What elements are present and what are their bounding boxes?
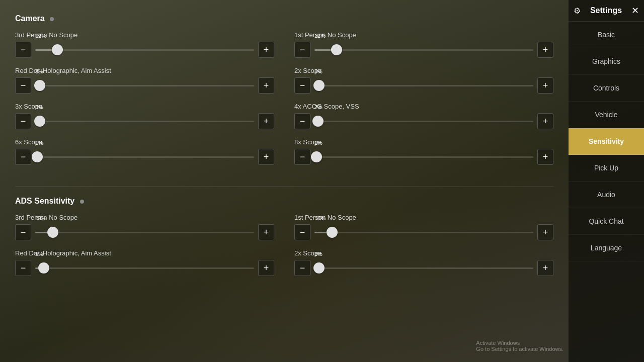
ads-section-title: ADS Sensitivity: [15, 197, 553, 206]
slider-container[interactable]: 5%: [35, 260, 254, 276]
slider-label: 1st Person No Scope: [294, 214, 553, 221]
settings-title: Settings: [590, 6, 622, 15]
ads-right-col: 1st Person No Scope−10%+2x Scope−3%+: [294, 214, 553, 285]
slider-group: 8x Scope−1%+: [294, 138, 553, 165]
slider-row: −1%+: [15, 149, 274, 165]
slider-row: −5%+: [15, 260, 274, 276]
camera-left-col: 3rd Person No Scope−12%+Red Dot, Hologra…: [15, 31, 274, 174]
slider-value-label: 1%: [35, 140, 43, 146]
slider-minus-button[interactable]: −: [15, 113, 31, 129]
slider-minus-button[interactable]: −: [15, 42, 31, 58]
slider-thumb[interactable]: [38, 262, 49, 274]
slider-track: [35, 156, 254, 158]
slider-container[interactable]: 1%: [314, 149, 533, 165]
slider-thumb[interactable]: [311, 151, 322, 162]
slider-minus-button[interactable]: −: [294, 77, 310, 94]
slider-label: 2x Scope: [294, 249, 553, 257]
slider-thumb[interactable]: [34, 116, 45, 127]
sidebar-nav: BasicGraphicsControlsVehicleSensitivityP…: [569, 22, 644, 362]
slider-container[interactable]: 1%: [35, 149, 254, 165]
slider-plus-button[interactable]: +: [258, 260, 274, 276]
slider-thumb[interactable]: [47, 227, 58, 238]
close-button[interactable]: ✕: [631, 5, 639, 16]
sidebar-item-language[interactable]: Language: [569, 235, 644, 261]
slider-row: −3%+: [15, 77, 274, 94]
slider-track: [35, 85, 254, 86]
camera-section: Camera 3rd Person No Scope−12%+Red Dot, …: [15, 14, 553, 174]
slider-row: −3%+: [15, 113, 274, 129]
slider-plus-button[interactable]: +: [537, 260, 553, 276]
slider-plus-button[interactable]: +: [258, 42, 274, 58]
slider-group: 2x Scope−3%+: [294, 67, 553, 94]
slider-track: [35, 49, 254, 51]
slider-group: 3rd Person No Scope−10%+: [15, 214, 274, 240]
slider-thumb[interactable]: [34, 80, 45, 91]
slider-plus-button[interactable]: +: [537, 113, 553, 129]
camera-sliders-grid: 3rd Person No Scope−12%+Red Dot, Hologra…: [15, 31, 553, 174]
slider-track: [35, 232, 254, 233]
slider-container[interactable]: 3%: [314, 77, 533, 94]
sidebar-item-quickchat[interactable]: Quick Chat: [569, 208, 644, 235]
slider-minus-button[interactable]: −: [15, 77, 31, 94]
slider-value-label: 10%: [314, 215, 326, 221]
slider-minus-button[interactable]: −: [15, 149, 31, 165]
slider-plus-button[interactable]: +: [537, 149, 553, 165]
sidebar-item-vehicle[interactable]: Vehicle: [569, 102, 644, 128]
slider-minus-button[interactable]: −: [294, 149, 310, 165]
slider-group: 6x Scope−1%+: [15, 138, 274, 165]
slider-container[interactable]: 2%: [314, 113, 533, 129]
slider-container[interactable]: 10%: [314, 224, 533, 240]
slider-label: 3x Scope: [15, 103, 274, 110]
slider-container[interactable]: 12%: [35, 42, 254, 58]
slider-plus-button[interactable]: +: [258, 224, 274, 240]
slider-group: 2x Scope−3%+: [294, 249, 553, 276]
slider-value-label: 2%: [314, 104, 323, 110]
slider-minus-button[interactable]: −: [294, 42, 310, 58]
slider-value-label: 5%: [35, 251, 43, 257]
sidebar-item-basic[interactable]: Basic: [569, 22, 644, 48]
slider-track: [314, 156, 533, 158]
slider-value-label: 12%: [314, 33, 326, 39]
slider-container[interactable]: 3%: [35, 77, 254, 94]
slider-thumb[interactable]: [32, 151, 43, 162]
sidebar-item-controls[interactable]: Controls: [569, 75, 644, 102]
ads-sliders-grid: 3rd Person No Scope−10%+Red Dot, Hologra…: [15, 214, 553, 285]
slider-label: 1st Person No Scope: [294, 31, 553, 39]
slider-thumb[interactable]: [313, 80, 325, 91]
slider-group: 3x Scope−3%+: [15, 103, 274, 129]
slider-plus-button[interactable]: +: [537, 224, 553, 240]
slider-value-label: 3%: [35, 104, 43, 110]
slider-value-label: 12%: [35, 33, 46, 39]
sidebar-item-audio[interactable]: Audio: [569, 182, 644, 208]
slider-container[interactable]: 10%: [35, 224, 254, 240]
slider-plus-button[interactable]: +: [258, 149, 274, 165]
slider-container[interactable]: 3%: [314, 260, 533, 276]
slider-value-label: 3%: [314, 68, 323, 74]
slider-container[interactable]: 12%: [314, 42, 533, 58]
ads-section: ADS Sensitivity 3rd Person No Scope−10%+…: [15, 197, 553, 285]
slider-plus-button[interactable]: +: [258, 77, 274, 94]
slider-minus-button[interactable]: −: [15, 260, 31, 276]
camera-section-title: Camera: [15, 14, 553, 23]
slider-minus-button[interactable]: −: [294, 113, 310, 129]
slider-thumb[interactable]: [313, 262, 325, 274]
sidebar-item-graphics[interactable]: Graphics: [569, 48, 644, 75]
slider-thumb[interactable]: [327, 227, 338, 238]
slider-minus-button[interactable]: −: [15, 224, 31, 240]
slider-plus-button[interactable]: +: [537, 77, 553, 94]
slider-thumb[interactable]: [52, 44, 63, 55]
activate-windows: Activate Windows Go to Settings to activ…: [476, 340, 564, 352]
sidebar-item-sensitivity[interactable]: Sensitivity: [569, 128, 644, 155]
slider-plus-button[interactable]: +: [258, 113, 274, 129]
slider-row: −2%+: [294, 113, 553, 129]
slider-plus-button[interactable]: +: [537, 42, 553, 58]
sidebar-item-pickup[interactable]: Pick Up: [569, 155, 644, 182]
sidebar-header: ⚙ Settings ✕: [569, 0, 644, 22]
slider-label: 8x Scope: [294, 138, 553, 146]
slider-thumb[interactable]: [331, 44, 342, 55]
info-dot: [50, 17, 54, 21]
slider-container[interactable]: 3%: [35, 113, 254, 129]
slider-minus-button[interactable]: −: [294, 260, 310, 276]
slider-thumb[interactable]: [312, 116, 324, 127]
slider-minus-button[interactable]: −: [294, 224, 310, 240]
